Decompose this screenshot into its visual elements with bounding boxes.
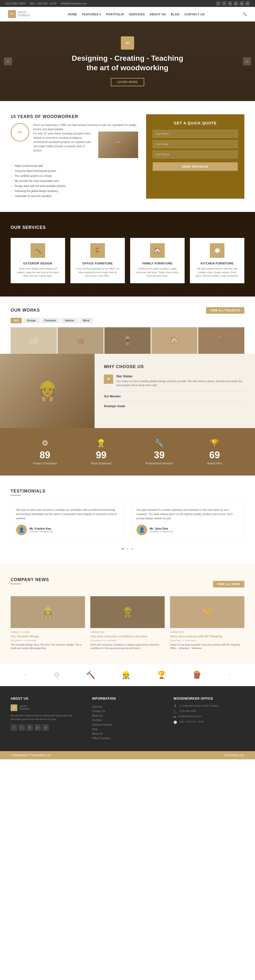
dot-inactive-2[interactable] [131, 548, 133, 550]
nav-features[interactable]: FEATURES ▾ [82, 13, 101, 16]
footer-link-expense[interactable]: Expense Control [92, 722, 163, 727]
footer-link-contact[interactable]: Contact Us [92, 709, 163, 713]
hero-prev-arrow[interactable]: ‹ [4, 57, 12, 65]
about-features-list: ✓ Highly professional staff ✓ Using the … [11, 163, 138, 199]
author-1: 👤 Mr. John Doe Founder, Designer etc [136, 525, 239, 535]
workers-icon: 🔧 [145, 439, 173, 447]
footer-google-icon[interactable]: g+ [35, 724, 41, 731]
hero-cta-button[interactable]: LEARN MORE [111, 78, 144, 86]
search-icon[interactable]: 🔍 [242, 12, 247, 16]
footer-twitter-icon[interactable]: t [19, 724, 25, 731]
service-name-0: EXTERIOR DESIGN [16, 262, 60, 265]
nav-blog[interactable]: BLOG [171, 13, 180, 16]
filter-furniture[interactable]: Furniture [41, 318, 60, 323]
stat-label-0: Project Completed [33, 462, 57, 465]
gallery-item-4[interactable]: 🏠 [151, 327, 197, 354]
footer-about-title: ABOUT US [11, 697, 82, 700]
service-desc-3: We offer custom kitchen cabinetry with m… [195, 267, 239, 278]
filter-work[interactable]: Work [79, 318, 93, 323]
hero-next-arrow[interactable]: › [243, 57, 251, 65]
stat-number-3: 69 [207, 450, 222, 461]
footer-hours: 🕐 Mon - Sat: 9:00 - 18:00 [173, 720, 244, 724]
map-pin-icon: 📍 [173, 705, 177, 708]
send-message-button[interactable]: Send Message [153, 162, 238, 171]
facebook-icon[interactable]: f [216, 1, 220, 6]
gallery-item-5[interactable]: 🔨 [198, 327, 244, 354]
about-image: 🪵 [98, 132, 138, 158]
footer-logo-icon: ✂ [11, 705, 17, 711]
quote-email-input[interactable] [153, 140, 238, 148]
why-divider-2 [104, 401, 246, 401]
footer-link-portfolio[interactable]: Portfolio [92, 718, 163, 722]
service-card-3: 🍽️ KITCHEN FURNITURE We offer custom kit… [190, 238, 244, 283]
news-card-2: 🤝 AUGUS 2011 Seely wins contract with RP… [170, 596, 244, 650]
footer-info-col: INFORMATION Services Contact Us About Us… [92, 697, 163, 740]
quote-name-input[interactable] [153, 130, 238, 138]
gallery-item-1[interactable]: 🛋 [11, 327, 57, 354]
view-all-projects-button[interactable]: VIEW ALL PROJECTS [206, 307, 244, 314]
footer-linkedin-icon[interactable]: in [27, 724, 33, 731]
about-title: 15 YEARS OF WOODWORKER [11, 114, 138, 119]
filter-interior[interactable]: Interior [61, 318, 78, 323]
youtube-icon[interactable]: yt [240, 1, 244, 6]
services-grid: 🔨 EXTERIOR DESIGN Great room design look… [11, 238, 244, 283]
nav-contact[interactable]: CONTACT US [184, 13, 205, 16]
hero-heading: Designing - Creating - Teaching the art … [72, 54, 183, 73]
kitchen-icon: 🍽️ [210, 243, 225, 258]
dot-active[interactable] [122, 548, 124, 550]
footer-link-about[interactable]: About Us [92, 713, 163, 718]
logo-text: WOOD WORKER [18, 11, 30, 17]
nav-services[interactable]: SERVICES [129, 13, 145, 16]
check-icon: ✓ [11, 194, 13, 198]
footer-link-furniture[interactable]: Office Furniture [92, 736, 163, 740]
stat-number-2: 39 [145, 450, 173, 461]
footer: ABOUT US ✂ WOOD WORKER Woodworker readil… [0, 686, 255, 751]
nav-portfolio[interactable]: PORTFOLIO [106, 13, 124, 16]
gallery-item-3[interactable]: 🍷 [104, 327, 151, 354]
gallery-item-2[interactable]: 🪵 [58, 327, 104, 354]
news-title-2[interactable]: Seely wins contract with RP Shipping [170, 635, 244, 638]
mission-link[interactable]: Our Mission [104, 395, 246, 398]
about-content: 15 YEARS OF WOODWORKER ✂ Since our begin… [11, 114, 138, 199]
hero-section: ✏ Designing - Creating - Teaching the ar… [0, 21, 255, 101]
twitter-icon[interactable]: t [222, 1, 226, 6]
google-plus-icon[interactable]: g+ [234, 1, 238, 6]
project-icon: ⚙ [33, 439, 57, 447]
footer-link-blog[interactable]: Blog [92, 727, 163, 732]
author-info-1: Mr. John Doe Founder, Designer etc [150, 527, 173, 533]
view-all-news-button[interactable]: VIEW ALL NEWS [213, 581, 245, 587]
stat-label-2: Professional Workers [145, 462, 173, 465]
footer-facebook-icon[interactable]: f [11, 724, 17, 731]
footer-logo: ✂ WOOD WORKER [11, 705, 82, 711]
dot-inactive-1[interactable] [127, 548, 128, 550]
news-title-1[interactable]: July area consumer confidence decrease [90, 635, 165, 638]
vision-title: Our Vision [116, 374, 246, 378]
filter-art[interactable]: Art [11, 318, 22, 323]
service-name-2: FAMILY FURNITURE [135, 262, 179, 265]
theme-credit: ThemesWoo.com [224, 754, 244, 757]
footer-link-services[interactable]: Services [92, 705, 163, 709]
rss-icon[interactable]: rss [245, 1, 250, 6]
nav-about[interactable]: ABOUT US [149, 13, 166, 16]
news-card-0: 👷‍♀️ AUGUS 7 A, 2011 The Versatile Wedge… [11, 596, 85, 650]
testimonial-1: Our gold standard for custom cabinetry a… [131, 502, 245, 541]
brands-prev-arrow[interactable]: ‹ [24, 671, 27, 678]
service-desc-1: In our furniture typology for the office… [76, 267, 120, 278]
footer-youtube-icon[interactable]: yt [43, 724, 49, 731]
filter-design[interactable]: Design [23, 318, 39, 323]
about-body: Since our beginning in 1999, we have wor… [33, 123, 138, 159]
stats-section: ⚙ 89 Project Completed 👷 99 Work Employe… [0, 428, 255, 476]
news-meta-2: Shoreham • 0 comments [170, 639, 244, 642]
footer-email: ✉ info@themeswoo.com [173, 715, 244, 719]
nav-home[interactable]: HOME [68, 13, 77, 16]
news-title-0[interactable]: The Versatile Wedge [11, 635, 85, 638]
linkedin-icon[interactable]: in [228, 1, 232, 6]
email-icon: ✉ [173, 715, 176, 719]
brands-next-arrow[interactable]: › [228, 671, 231, 678]
office-icon: 🪑 [90, 243, 105, 258]
stat-0: ⚙ 89 Project Completed [33, 439, 57, 465]
footer-link-about2[interactable]: About Us [92, 732, 163, 736]
goals-link[interactable]: Strategic Goals [104, 404, 246, 408]
news-desc-1: DFW-LBF Consumer Confidence Institute st… [90, 643, 165, 650]
quote-phone-input[interactable] [153, 151, 238, 158]
